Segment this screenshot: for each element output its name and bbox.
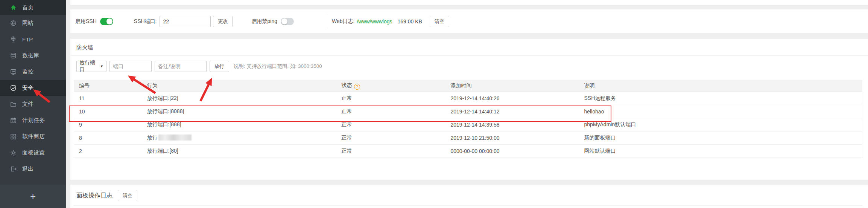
sidebar-item-home[interactable]: 首页 bbox=[0, 0, 66, 15]
globe-icon bbox=[10, 20, 17, 26]
rule-status: 正常 bbox=[342, 145, 451, 158]
rule-time: 0000-00-00 00:00:00 bbox=[451, 145, 584, 158]
rule-action: 放行 bbox=[147, 132, 342, 145]
enable-ssh-label: 启用SSH bbox=[75, 18, 97, 25]
rule-note: 网站默认端口 bbox=[584, 145, 862, 158]
port-input[interactable] bbox=[109, 61, 152, 72]
logout-icon bbox=[10, 166, 17, 172]
toggle-knob bbox=[281, 18, 287, 24]
clear-weblog-button[interactable]: 清空 bbox=[430, 16, 449, 27]
ssh-port-label: SSH端口: bbox=[134, 18, 157, 25]
rule-id: 9 bbox=[74, 118, 147, 132]
ssh-toggle[interactable] bbox=[100, 18, 113, 25]
sidebar-item-label: 文件 bbox=[22, 101, 33, 108]
sidebar-item-ftp[interactable]: FTP bbox=[0, 31, 66, 47]
allow-port-button[interactable]: 放行 bbox=[210, 61, 229, 72]
table-row[interactable]: 9 放行端口:[888] 正常 2019-12-14 14:39:58 phpM… bbox=[74, 118, 862, 132]
sidebar-item-cron[interactable]: 计划任务 bbox=[0, 112, 66, 128]
web-log-size: 169.00 KB bbox=[398, 18, 422, 24]
sidebar-item-logout[interactable]: 退出 bbox=[0, 161, 66, 177]
rule-id: 8 bbox=[74, 132, 147, 145]
header-id: 编号 bbox=[74, 80, 147, 92]
sidebar-add-button[interactable]: + bbox=[0, 185, 66, 208]
ssh-port-input[interactable] bbox=[160, 16, 211, 27]
rule-id: 10 bbox=[74, 105, 147, 118]
rule-note: 新的面板端口 bbox=[584, 132, 862, 145]
disable-ping-label: 启用禁ping bbox=[251, 18, 277, 25]
rule-status: 正常 bbox=[342, 105, 451, 118]
divider bbox=[74, 205, 862, 206]
ftp-icon bbox=[10, 36, 17, 43]
web-log-label: Web日志: bbox=[332, 18, 354, 25]
table-row[interactable]: 8 放行 正常 2019-12-10 21:50:00 新的面板端口 bbox=[74, 132, 862, 145]
rule-time: 2019-12-14 14:39:58 bbox=[451, 118, 584, 132]
sidebar-item-label: 安全 bbox=[22, 84, 33, 92]
grid-icon bbox=[10, 133, 17, 140]
web-log-path-link[interactable]: /www/wwwlogs bbox=[357, 18, 392, 24]
sidebar: 首页 网站 FTP 数据库 监控 安全 文件 bbox=[0, 0, 66, 208]
clear-log-button[interactable]: 清空 bbox=[118, 190, 137, 201]
header-note: 说明 bbox=[584, 80, 862, 92]
sidebar-item-website[interactable]: 网站 bbox=[0, 15, 66, 31]
table-row[interactable]: 2 放行端口:[80] 正常 0000-00-00 00:00:00 网站默认端… bbox=[74, 145, 862, 158]
sidebar-item-label: 面板设置 bbox=[22, 149, 45, 156]
sidebar-item-label: FTP bbox=[22, 36, 33, 43]
toggle-knob bbox=[106, 18, 112, 24]
rule-action: 放行端口:[22] bbox=[147, 92, 342, 105]
status-help-icon[interactable]: ? bbox=[354, 84, 360, 90]
monitor-icon bbox=[10, 69, 17, 75]
ping-toggle[interactable] bbox=[281, 18, 294, 25]
folder-icon bbox=[10, 101, 17, 107]
shield-icon bbox=[10, 85, 17, 91]
table-header-row: 编号 行为 状态? 添加时间 说明 bbox=[74, 80, 862, 92]
port-type-select-value: 放行端口 bbox=[79, 60, 100, 73]
note-input[interactable] bbox=[155, 61, 207, 72]
firewall-rules-table: 编号 行为 状态? 添加时间 说明 11 放行端口:[22] 正常 2019-1… bbox=[74, 80, 862, 158]
header-action: 行为 bbox=[147, 80, 342, 92]
table-row[interactable]: 11 放行端口:[22] 正常 2019-12-14 14:40:26 SSH远… bbox=[74, 92, 862, 105]
header-status: 状态? bbox=[342, 80, 451, 92]
top-strip bbox=[70, 0, 868, 5]
censored-blur bbox=[158, 135, 192, 141]
port-range-help-text: 说明: 支持放行端口范围, 如: 3000:3500 bbox=[234, 63, 322, 70]
change-port-button[interactable]: 更改 bbox=[213, 16, 233, 27]
chevron-down-icon: ▼ bbox=[100, 64, 103, 68]
sidebar-item-database[interactable]: 数据库 bbox=[0, 47, 66, 64]
sidebar-item-label: 数据库 bbox=[22, 52, 39, 59]
rule-action: 放行端口:[8088] bbox=[147, 105, 342, 118]
rule-note: hellohao bbox=[584, 105, 862, 118]
sidebar-item-settings[interactable]: 面板设置 bbox=[0, 145, 66, 161]
divider bbox=[328, 14, 328, 29]
port-type-select[interactable]: 放行端口 ▼ bbox=[76, 61, 106, 72]
firewall-panel: 防火墙 放行端口 ▼ 放行 说明: 支持放行端口范围, 如: 3000:3500… bbox=[70, 39, 868, 180]
calendar-icon bbox=[10, 117, 17, 124]
sidebar-item-security[interactable]: 安全 bbox=[0, 80, 66, 96]
sidebar-item-label: 网站 bbox=[22, 20, 33, 27]
database-icon bbox=[10, 52, 17, 59]
panel-log-title: 面板操作日志 bbox=[76, 192, 112, 200]
rule-note: phpMyAdmin默认端口 bbox=[584, 118, 862, 132]
sidebar-item-appstore[interactable]: 软件商店 bbox=[0, 128, 66, 145]
rule-status: 正常 bbox=[342, 92, 451, 105]
home-icon bbox=[10, 5, 17, 11]
panel-log-section: 面板操作日志 清空 bbox=[70, 185, 868, 208]
gear-icon bbox=[10, 150, 17, 156]
rule-action: 放行端口:[80] bbox=[147, 145, 342, 158]
ssh-settings-panel: 启用SSH SSH端口: 更改 启用禁ping Web日志: /www/wwwl… bbox=[70, 9, 868, 33]
rule-time: 2019-12-14 14:40:12 bbox=[451, 105, 584, 118]
rule-note: SSH远程服务 bbox=[584, 92, 862, 105]
table-row[interactable]: 10 放行端口:[8088] 正常 2019-12-14 14:40:12 he… bbox=[74, 105, 862, 118]
firewall-title: 防火墙 bbox=[70, 39, 868, 56]
sidebar-item-label: 计划任务 bbox=[22, 117, 45, 124]
sidebar-item-label: 退出 bbox=[22, 165, 33, 173]
sidebar-item-label: 首页 bbox=[22, 4, 33, 11]
rule-status: 正常 bbox=[342, 118, 451, 132]
firewall-add-form: 放行端口 ▼ 放行 说明: 支持放行端口范围, 如: 3000:3500 bbox=[76, 60, 862, 72]
rule-status: 正常 bbox=[342, 132, 451, 145]
rule-action: 放行端口:[888] bbox=[147, 118, 342, 132]
sidebar-item-label: 软件商店 bbox=[22, 133, 45, 140]
rule-time: 2019-12-10 21:50:00 bbox=[451, 132, 584, 145]
sidebar-item-monitor[interactable]: 监控 bbox=[0, 64, 66, 80]
header-time: 添加时间 bbox=[451, 80, 584, 92]
sidebar-item-files[interactable]: 文件 bbox=[0, 96, 66, 112]
